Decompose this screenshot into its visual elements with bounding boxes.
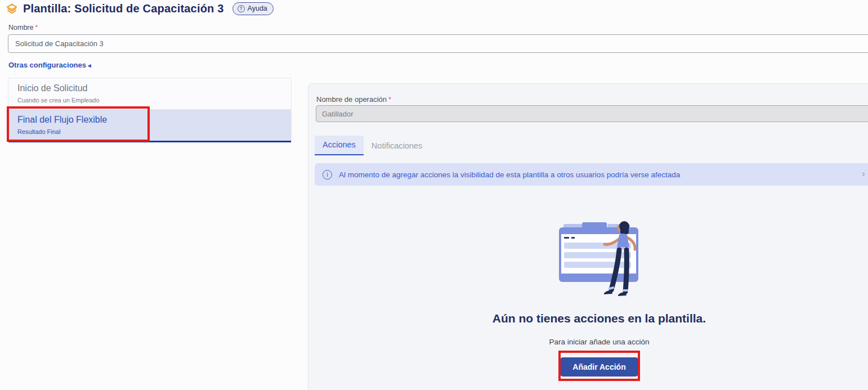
info-banner: i Al momento de agregar acciones la visi… (315, 163, 868, 186)
layers-icon (6, 3, 18, 15)
step-inicio-de-solicitud[interactable]: Inicio de Solicitud Cuando se crea un Em… (8, 78, 291, 109)
required-asterisk: * (388, 95, 391, 104)
step-subtitle: Resultado Final (17, 128, 282, 135)
question-icon: ? (238, 5, 245, 12)
tab-notificaciones[interactable]: Notificaciones (364, 137, 430, 155)
step-title: Inicio de Solicitud (17, 83, 282, 93)
add-action-button[interactable]: Añadir Acción (560, 357, 638, 376)
help-button[interactable]: ? Ayuda (232, 2, 274, 15)
empty-state: Aún no tienes acciones en la plantilla. … (308, 312, 868, 376)
required-asterisk: * (35, 24, 38, 32)
name-field-label: Nombre* (8, 24, 38, 32)
step-detail-panel: Nombre de operación* Acciones Notificaci… (308, 83, 868, 390)
info-icon: i (323, 170, 332, 180)
help-button-label: Ayuda (248, 5, 267, 12)
operation-name-label: Nombre de operación* (316, 95, 391, 104)
page-title: Plantilla: Solicitud de Capacitación 3 (23, 2, 224, 15)
tab-bar: Acciones Notificaciones (315, 136, 430, 155)
empty-state-subtitle: Para iniciar añade una acción (308, 338, 868, 346)
other-configurations-link[interactable]: Otras configuraciones◂ (8, 61, 91, 69)
step-subtitle: Cuando se crea un Empleado (17, 97, 282, 104)
template-name-input[interactable] (8, 34, 868, 53)
empty-state-illustration (548, 219, 650, 298)
step-title: Final del Flujo Flexible (17, 115, 282, 125)
operation-name-input (316, 105, 868, 122)
tab-acciones[interactable]: Acciones (315, 136, 364, 155)
steps-panel: Inicio de Solicitud Cuando se crea un Em… (8, 78, 292, 142)
collapse-triangle-icon: ◂ (88, 62, 91, 69)
empty-state-title: Aún no tienes acciones en la plantilla. (308, 312, 868, 325)
chevron-right-icon[interactable]: › (862, 168, 865, 180)
step-final-del-flujo-flexible[interactable]: Final del Flujo Flexible Resultado Final (8, 109, 291, 142)
info-banner-text: Al momento de agregar acciones la visibi… (339, 171, 680, 179)
page-header: Plantilla: Solicitud de Capacitación 3 ?… (6, 2, 274, 15)
